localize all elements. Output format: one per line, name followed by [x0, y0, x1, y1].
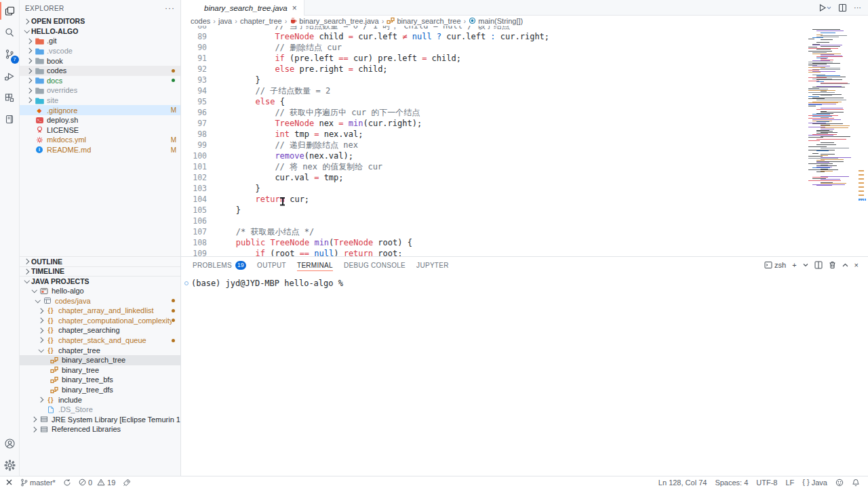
code-line-103[interactable]: 103}: [181, 183, 808, 194]
terminal-profile-select[interactable]: zsh: [764, 261, 786, 269]
explorer-item-deploy-sh[interactable]: >_deploy.sh: [20, 115, 180, 125]
kill-terminal-trash-icon[interactable]: [829, 261, 836, 269]
chevron-closed-icon[interactable]: [37, 319, 45, 323]
chevron-closed-icon[interactable]: [37, 309, 45, 313]
explorer-item-book[interactable]: book: [20, 56, 180, 66]
notifications-bell-icon[interactable]: [852, 479, 860, 487]
code-line-98[interactable]: 98int tmp = nex.val;: [181, 129, 808, 140]
panel-tab-output[interactable]: OUTPUT: [257, 257, 286, 273]
breadcrumb-item-codes[interactable]: codes: [191, 17, 210, 25]
extensions-icon[interactable]: [0, 87, 20, 108]
chevron-open-icon[interactable]: [30, 289, 39, 292]
breadcrumb-item-binary-search-tree[interactable]: binary_search_tree: [387, 17, 460, 25]
panel-tab-jupyter[interactable]: JUPYTER: [416, 257, 449, 273]
java-projects-item-codes-java[interactable]: codes/java: [20, 296, 180, 306]
problems-item[interactable]: 0 19: [79, 479, 115, 487]
panel-tab-debug-console[interactable]: DEBUG CONSOLE: [344, 257, 406, 273]
code-line-101[interactable]: 101// 将 nex 的值复制给 cur: [181, 161, 808, 172]
split-terminal-icon[interactable]: [814, 261, 823, 269]
new-terminal-icon[interactable]: +: [792, 261, 796, 269]
code-line-100[interactable]: 100remove(nex.val);: [181, 150, 808, 161]
java-projects-item-chapter-array-and-linkedlist[interactable]: {}chapter_array_and_linkedlist: [20, 306, 180, 316]
code-line-109[interactable]: 109if (root == null) return root;: [181, 248, 808, 256]
run-java-button[interactable]: [818, 3, 831, 12]
launch-profile-chevron-icon[interactable]: [803, 262, 808, 268]
chevron-closed-icon[interactable]: [30, 428, 39, 432]
account-icon[interactable]: [0, 432, 20, 454]
feedback-smiley-icon[interactable]: [835, 479, 844, 487]
explorer-item--git[interactable]: .git: [20, 36, 180, 46]
section-timeline[interactable]: TIMELINE: [20, 266, 180, 277]
section-open-editors[interactable]: OPEN EDITORS: [20, 16, 180, 26]
git-branch-item[interactable]: master*: [20, 479, 56, 487]
encoding[interactable]: UTF-8: [756, 479, 777, 487]
explorer-item-docs[interactable]: docs: [20, 76, 180, 86]
code-line-106[interactable]: 106: [181, 216, 808, 226]
chevron-closed-icon[interactable]: [25, 39, 34, 43]
code-line-90[interactable]: 90// 删除结点 cur: [181, 42, 808, 53]
more-actions-icon[interactable]: ···: [854, 3, 861, 12]
code-area[interactable]: 88// 当子结点数量 = 0 / 1 时， child = null / 该子…: [181, 26, 808, 256]
chevron-closed-icon[interactable]: [25, 89, 34, 93]
notebook-icon[interactable]: [0, 108, 20, 130]
chevron-open-icon[interactable]: [37, 349, 45, 352]
java-projects-item-jre-system-library-eclipse-temurin-17-17-[interactable]: JRE System Library [Eclipse Temurin 17 […: [20, 415, 180, 425]
explorer-icon[interactable]: [0, 0, 20, 22]
chevron-closed-icon[interactable]: [37, 398, 45, 402]
java-projects-item-binary-tree-dfs[interactable]: binary_tree_dfs: [20, 385, 180, 395]
java-projects-item-hello-algo[interactable]: hello-algo: [20, 286, 180, 296]
code-line-95[interactable]: 95else {: [181, 96, 808, 107]
maximize-panel-icon[interactable]: [842, 262, 848, 268]
close-panel-icon[interactable]: ×: [854, 261, 859, 269]
java-projects-item-chapter-tree[interactable]: {}chapter_tree: [20, 345, 180, 355]
tab-close-icon[interactable]: ×: [292, 3, 298, 13]
explorer-item-readme-md[interactable]: iREADME.mdM: [20, 145, 180, 155]
terminal[interactable]: (base) jyd@JYD-MBP hello-algo %: [181, 273, 868, 476]
code-line-102[interactable]: 102cur.val = tmp;: [181, 172, 808, 183]
java-projects-item-binary-tree-bfs[interactable]: binary_tree_bfs: [20, 375, 180, 385]
java-projects-item-referenced-libraries[interactable]: Referenced Libraries: [20, 424, 180, 434]
explorer-item--gitignore[interactable]: ◆.gitignoreM: [20, 105, 180, 115]
explorer-item-overrides[interactable]: overrides: [20, 85, 180, 96]
explorer-item--vscode[interactable]: .vscode: [20, 46, 180, 56]
explorer-item-mkdocs-yml[interactable]: mkdocs.ymlM: [20, 135, 180, 145]
java-projects-item-chapter-computational-complexity[interactable]: {}chapter_computational_complexity: [20, 316, 180, 326]
chevron-closed-icon[interactable]: [25, 79, 34, 83]
chevron-open-icon[interactable]: [33, 300, 42, 302]
tab-binary-search-tree[interactable]: binary_search_tree.java ×: [181, 0, 304, 16]
source-control-icon[interactable]: 7: [0, 43, 20, 65]
code-line-107[interactable]: 107/* 获取最小结点 */: [181, 226, 808, 237]
code-line-89[interactable]: 89TreeNode child = cur.left ≠ null ? cur…: [181, 31, 808, 42]
chevron-closed-icon[interactable]: [25, 98, 34, 102]
panel-tab-terminal[interactable]: TERMINAL: [297, 257, 333, 273]
run-debug-icon[interactable]: [0, 65, 20, 87]
code-line-91[interactable]: 91if (pre.left == cur) pre.left = child;: [181, 53, 808, 64]
code-line-105[interactable]: 105}: [181, 205, 808, 216]
code-line-99[interactable]: 99// 递归删除结点 nex: [181, 140, 808, 150]
editor-pane[interactable]: 88// 当子结点数量 = 0 / 1 时， child = null / 该子…: [181, 26, 868, 256]
java-projects-item--ds-store[interactable]: .DS_Store: [20, 405, 180, 415]
sync-icon[interactable]: [63, 479, 71, 487]
java-projects-item-binary-search-tree[interactable]: binary_search_tree: [20, 355, 180, 365]
settings-gear-icon[interactable]: [0, 454, 20, 476]
eol-selector[interactable]: LF: [786, 479, 795, 487]
breadcrumb-item-binary-search-tree-java[interactable]: binary_search_tree.java: [290, 17, 378, 25]
explorer-item-site[interactable]: site: [20, 96, 180, 106]
chevron-closed-icon[interactable]: [25, 69, 34, 73]
panel-tab-problems[interactable]: PROBLEMS19: [193, 257, 246, 273]
code-line-93[interactable]: 93}: [181, 75, 808, 85]
minimap[interactable]: [808, 29, 854, 186]
cursor-position[interactable]: Ln 128, Col 74: [658, 479, 707, 487]
code-line-97[interactable]: 97TreeNode nex = min(cur.right);: [181, 118, 808, 129]
breadcrumb-item-chapter-tree[interactable]: chapter_tree: [240, 17, 282, 25]
chevron-closed-icon[interactable]: [30, 418, 39, 422]
indentation[interactable]: Spaces: 4: [715, 479, 748, 487]
language-mode[interactable]: { } Java: [802, 479, 827, 487]
section-outline[interactable]: OUTLINE: [20, 256, 180, 266]
code-line-94[interactable]: 94// 子结点数量 = 2: [181, 85, 808, 96]
java-projects-item-binary-tree[interactable]: binary_tree: [20, 365, 180, 375]
code-line-88[interactable]: 88// 当子结点数量 = 0 / 1 时， child = null / 该子…: [181, 26, 808, 31]
explorer-item-license[interactable]: LICENSE: [20, 125, 180, 136]
breadcrumb-item-java[interactable]: java: [218, 17, 232, 25]
split-editor-icon[interactable]: [838, 3, 847, 12]
